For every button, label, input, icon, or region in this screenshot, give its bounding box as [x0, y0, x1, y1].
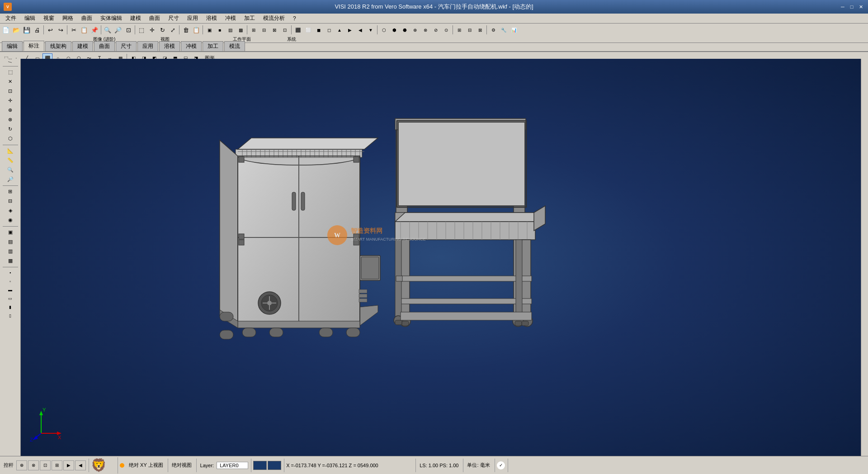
restore-button[interactable]: □ — [848, 3, 855, 10]
menu-apply[interactable]: 应用 — [184, 14, 202, 23]
tb-zoom-fit[interactable]: ⊡ — [123, 25, 133, 35]
menu-grid[interactable]: 网格 — [59, 14, 77, 23]
tb-new[interactable]: 📄 — [1, 25, 11, 35]
tb-properties[interactable]: 📋 — [191, 25, 201, 35]
lp-btn14[interactable]: ⊟ — [2, 197, 19, 206]
lp-btn4[interactable]: ✛ — [2, 96, 19, 105]
lp-btn18[interactable]: ▤ — [2, 237, 19, 246]
lp-btn6[interactable]: ⊗ — [2, 115, 19, 124]
lp-btn1[interactable]: ⬚ — [2, 68, 19, 77]
lp-btn20[interactable]: ▦ — [2, 256, 19, 265]
tb-print[interactable]: 🖨 — [32, 25, 42, 35]
lp-small4[interactable]: ▭ — [6, 294, 14, 303]
tb-paste[interactable]: 📌 — [90, 25, 99, 35]
tb-hidden[interactable]: ▤ — [225, 25, 235, 35]
lp-small1[interactable]: ▪ — [6, 269, 14, 277]
abs-view-section[interactable]: 绝对视图 — [170, 459, 197, 472]
tab-mold[interactable]: 溶模 — [159, 41, 180, 51]
lp-btn2[interactable]: ✕ — [2, 77, 19, 86]
lp-btn9[interactable]: 📐 — [2, 147, 19, 156]
status-btn2[interactable]: ⊗ — [28, 460, 39, 470]
tb-sys1[interactable]: ⚙ — [488, 25, 498, 35]
tb-rotate[interactable]: ↻ — [157, 25, 167, 35]
tb-wire[interactable]: ▣ — [204, 25, 214, 35]
lp-btn17[interactable]: ▣ — [2, 228, 19, 237]
lp-btn7[interactable]: ↻ — [2, 125, 19, 134]
tb-img7[interactable]: ◀ — [355, 25, 365, 35]
tab-surface[interactable]: 曲面 — [94, 41, 115, 51]
menu-surface2[interactable]: 曲面 — [146, 14, 164, 23]
tab-stamp[interactable]: 冲模 — [181, 41, 202, 51]
tb-sys2[interactable]: 🔧 — [499, 25, 509, 35]
tb-img8[interactable]: ▼ — [366, 25, 376, 35]
tb-img2[interactable]: ⬜ — [303, 25, 313, 35]
status-btn5[interactable]: ▶ — [63, 460, 74, 470]
lp-small3[interactable]: ▬ — [6, 286, 14, 294]
tb-cut[interactable]: ✂ — [69, 25, 79, 35]
tb-wp2[interactable]: ⊟ — [465, 25, 475, 35]
tb-view4[interactable]: ⊡ — [280, 25, 290, 35]
tb-select[interactable]: ⬚ — [137, 25, 146, 35]
tb-copy[interactable]: 📋 — [79, 25, 89, 35]
tb-open[interactable]: 📂 — [11, 25, 21, 35]
tb-vw7[interactable]: ⊙ — [441, 25, 451, 35]
lp-btn12[interactable]: 🔎 — [2, 175, 19, 184]
lp-btn11[interactable]: 🔍 — [2, 166, 19, 175]
status-btn4[interactable]: ⊞ — [52, 460, 62, 470]
tab-process[interactable]: 加工 — [203, 41, 223, 51]
viewport[interactable]: W 智造资料网 SMART MANUFACTURING RESOURCE Y X… — [21, 59, 861, 456]
status-btn1[interactable]: ⊕ — [16, 460, 27, 470]
close-button[interactable]: ✕ — [857, 3, 864, 10]
tab-wireframe[interactable]: 线架构 — [45, 41, 71, 51]
lp-btn19[interactable]: ▥ — [2, 247, 19, 256]
tb-vw5[interactable]: ⊗ — [420, 25, 430, 35]
tb-scale[interactable]: ⤢ — [168, 25, 178, 35]
status-btn6[interactable]: ◀ — [75, 460, 86, 470]
menu-file[interactable]: 文件 — [2, 14, 20, 23]
tb-vw3[interactable]: ⬣ — [400, 25, 410, 35]
lp-btn15[interactable]: ◈ — [2, 206, 19, 215]
tb-view2[interactable]: ⊟ — [259, 25, 269, 35]
menu-solid-edit[interactable]: 实体编辑 — [97, 14, 126, 23]
tb-wp1[interactable]: ⊞ — [454, 25, 464, 35]
tb-img3[interactable]: ◼ — [314, 25, 324, 35]
tb-img1[interactable]: ⬛ — [293, 25, 303, 35]
lp-btn16[interactable]: ◉ — [2, 216, 19, 225]
tb-view1[interactable]: ⊞ — [249, 25, 259, 35]
menu-model[interactable]: 建模 — [127, 14, 145, 23]
menu-mold[interactable]: 溶模 — [203, 14, 221, 23]
tb-undo[interactable]: ↩ — [45, 25, 55, 35]
abs-xy-section[interactable]: 绝对 XY 上视图 — [120, 459, 168, 472]
tb-delete[interactable]: 🗑 — [181, 25, 191, 35]
tab-model[interactable]: 建模 — [72, 41, 93, 51]
tb-redo[interactable]: ↪ — [56, 25, 66, 35]
tb-vw2[interactable]: ⬢ — [389, 25, 399, 35]
tb-vw6[interactable]: ⊘ — [431, 25, 441, 35]
lp-small5[interactable]: ▮ — [6, 303, 14, 311]
tb-zoom-out[interactable]: 🔎 — [113, 25, 123, 35]
tb-shade[interactable]: ▩ — [236, 25, 245, 35]
lp-btn5[interactable]: ⊕ — [2, 106, 19, 115]
lp-btn8[interactable]: ⬡ — [2, 134, 19, 143]
tb-zoom-in[interactable]: 🔍 — [103, 25, 113, 35]
lp-small2[interactable]: ▫ — [6, 277, 14, 285]
tab-edit[interactable]: 编辑 — [2, 41, 23, 51]
tb-move[interactable]: ✛ — [147, 25, 157, 35]
tab-apply[interactable]: 应用 — [137, 41, 158, 51]
tb-solid[interactable]: ■ — [215, 25, 225, 35]
lp-btn3[interactable]: ⊡ — [2, 87, 19, 96]
tab-annotate[interactable]: 标注 — [24, 41, 44, 51]
status-btn3[interactable]: ⊡ — [40, 460, 51, 470]
tb-view3[interactable]: ⊠ — [269, 25, 279, 35]
menu-stamp[interactable]: 冲模 — [222, 14, 240, 23]
tab-flow[interactable]: 模流 — [224, 41, 245, 51]
tab-dim[interactable]: 尺寸 — [116, 41, 137, 51]
tb-img5[interactable]: ▲ — [335, 25, 344, 35]
tb-save[interactable]: 💾 — [22, 25, 32, 35]
tb-img4[interactable]: ◻ — [324, 25, 334, 35]
tb-wp3[interactable]: ⊠ — [475, 25, 485, 35]
minimize-button[interactable]: ─ — [839, 3, 846, 10]
menu-surface[interactable]: 曲面 — [78, 14, 96, 23]
lp-small6[interactable]: ▯ — [6, 312, 14, 320]
tb-vw1[interactable]: ⬡ — [379, 25, 389, 35]
